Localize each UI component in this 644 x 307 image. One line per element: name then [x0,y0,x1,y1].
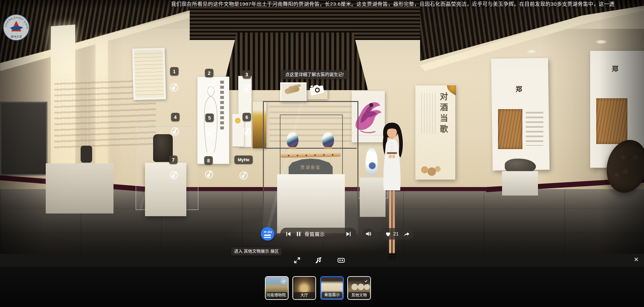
thumbnail-label: 骨笛展示 [322,292,342,298]
share-button-icon[interactable] [403,231,410,237]
playback-pill: 骨笛展示 [280,228,356,240]
hotspot-badge-4[interactable]: 4 [171,113,180,121]
thumbnail-lobby[interactable]: 大厅 [292,276,316,300]
case-plaque-text: 贾湖骨笛 [300,164,321,170]
thumbnail-other-artifacts[interactable]: 其他文物 [347,276,371,300]
left-dark-glass-panel [0,102,47,176]
hotspot-badge-5[interactable]: 5 [205,114,214,122]
fullscreen-icon[interactable] [293,256,301,264]
audio-point-icon[interactable] [169,170,179,180]
scene-counter: 3/4 [267,230,272,233]
poster1-relief [498,109,522,149]
framed-document [132,48,166,100]
thumbnail-henan-museum[interactable]: 河南博物院... [265,276,289,300]
audio-point-icon[interactable] [169,83,179,92]
audio-point-icon[interactable] [206,83,215,93]
thumbnail-bone-flute[interactable]: 骨笛展示 [320,276,344,300]
previous-button[interactable] [286,231,291,237]
poster1-textrows [526,112,543,146]
like-share-pill: 21 [381,228,414,240]
like-button-heart-icon[interactable] [385,231,391,237]
now-playing-label: 骨笛展示 [305,230,325,237]
logo-caption: 郑州大学 [11,35,22,38]
audio-point-icon[interactable] [204,170,214,179]
enter-zone-tooltip: 进入 其他文物展示 展区 [231,247,282,255]
audio-point-icon[interactable] [206,128,215,137]
scene-thumbnail-strip: 河南博物院... 大厅 骨笛展示 其他文物 [0,267,644,307]
vr-view-icon[interactable] [337,256,345,264]
hotspot-badge-6[interactable]: 6 [243,113,251,121]
flute-story-tooltip: 点这里详细了解古笛的诞生记! [281,70,348,79]
scroll-small-columns [421,93,436,134]
next-button[interactable] [346,231,351,237]
left-case-pedestal [145,163,186,216]
mini-poster-sun [235,118,241,123]
thumbnail-label: 大厅 [294,292,315,299]
hotspot-badge-3[interactable]: 3 [243,70,251,79]
speaker-icon [365,230,372,237]
audio-point-icon[interactable] [242,127,252,136]
virtual-guide-avatar[interactable] [375,121,409,262]
subtitle-text: 我们现在所看见的这件文物是1987年出土于河南舞阳的贾湖骨笛，长23.6厘米。这… [171,0,615,8]
painted-vessel [287,132,298,148]
ceiling-spotlight [596,40,606,44]
audio-point-icon[interactable] [239,171,248,180]
vessel-base [289,147,296,149]
close-icon[interactable]: ✕ [632,255,640,264]
hotspot-badge-8[interactable]: 8 [204,156,213,165]
case-shelf-line [265,148,357,149]
viewer-toolbar: ✕ [0,254,644,267]
tiger-pedestal [502,171,538,196]
vessel-base [325,147,332,149]
scroll-figures [419,159,442,177]
volume-button[interactable] [362,228,374,240]
ceiling-spotlight [526,49,537,54]
scroll-title-text: 对酒当歌 [439,92,449,143]
hotspot-badge-2[interactable]: 2 [205,69,213,77]
visited-check-icon [281,278,287,284]
poster1-char: 郑 [516,84,522,93]
visited-check-icon [363,278,369,284]
poster2-relief [596,98,627,144]
panorama-scene[interactable]: 对酒当歌 郑 郑 贾湖骨笛 [0,0,644,254]
poster2-char: 郑 [612,64,618,73]
subtitle-bar: 我们现在所看见的这件文物是1987年出土于河南舞阳的贾湖骨笛，长23.6厘米。这… [0,0,644,9]
scroll-vertical-script [220,81,224,131]
audio-point-icon[interactable] [170,127,180,136]
university-logo: ZHENGZHOU UNIVERSITY 郑州大学 [2,14,30,41]
audio-point-icon[interactable] [242,84,252,93]
scene-menu-button[interactable]: 3/4 [261,227,274,241]
painted-vessel [322,132,334,148]
like-count: 21 [393,231,399,237]
pause-button[interactable] [296,231,301,237]
hotspot-badge-7[interactable]: 7 [169,156,178,164]
virtual-museum-viewer: 对酒当歌 郑 郑 贾湖骨笛 [0,0,644,307]
small-artifact [81,146,92,163]
menu-icon: 3/4 [264,230,272,238]
thumbnail-label: 其他文物 [349,292,370,299]
case-pedestal [277,174,345,233]
left-counter [46,163,113,213]
hotspot-badge-1[interactable]: 1 [170,67,179,76]
thumbnail-label: 河南博物院... [266,292,287,299]
hotspot-badge-myhe[interactable]: MyHe [234,156,253,164]
music-off-icon[interactable] [314,256,323,264]
